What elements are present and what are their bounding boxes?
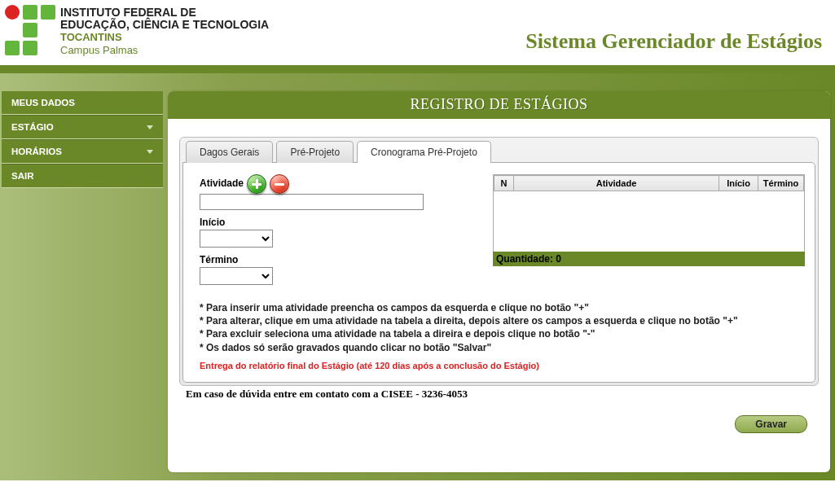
system-title: Sistema Gerenciador de Estágios bbox=[525, 29, 822, 54]
atividade-input[interactable] bbox=[200, 194, 424, 210]
instructions: * Para inserir uma atividade preencha os… bbox=[183, 291, 815, 357]
activities-table-wrap: N Atividade Início Término bbox=[493, 174, 805, 252]
chevron-down-icon bbox=[147, 125, 153, 129]
instruction-line: * Os dados só serão gravados quando clic… bbox=[200, 341, 798, 354]
remove-icon[interactable] bbox=[270, 174, 289, 194]
footer-help: Em caso de dúvida entre em contato com a… bbox=[168, 386, 830, 401]
qty-value: 0 bbox=[556, 253, 561, 265]
tab-container: Dagos Gerais Pré-Projeto Cronograma Pré-… bbox=[179, 137, 819, 386]
instruction-line: * Para excluir seleciona uma atividade n… bbox=[200, 327, 798, 340]
chevron-down-icon bbox=[147, 150, 153, 154]
quantity-bar: Quantidade: 0 bbox=[493, 252, 805, 266]
inst-line2: EDUCAÇÃO, CIÊNCIA E TECNOLOGIA bbox=[60, 19, 269, 31]
tab-cronograma[interactable]: Cronograma Pré-Projeto bbox=[357, 141, 491, 163]
inicio-label: Início bbox=[200, 217, 225, 228]
header: INSTITUTO FEDERAL DE EDUCAÇÃO, CIÊNCIA E… bbox=[0, 0, 835, 73]
sidebar-item-label: HORÁRIOS bbox=[11, 147, 62, 156]
sidebar-item-label: SAIR bbox=[11, 171, 33, 181]
tab-body: Atividade Início Término bbox=[182, 162, 815, 383]
col-termino: Término bbox=[758, 176, 804, 191]
atividade-label: Atividade bbox=[200, 177, 244, 189]
red-note: Entrega do relatório final do Estágio (a… bbox=[183, 357, 815, 382]
sidebar-item-label: MEUS DADOS bbox=[11, 98, 75, 107]
termino-label: Término bbox=[200, 254, 238, 265]
sidebar-item-sair[interactable]: SAIR bbox=[2, 164, 163, 188]
add-icon[interactable] bbox=[247, 174, 266, 194]
tab-pre-projeto[interactable]: Pré-Projeto bbox=[276, 141, 354, 163]
sidebar-item-meus-dados[interactable]: MEUS DADOS bbox=[2, 91, 163, 115]
qty-label: Quantidade: bbox=[496, 253, 553, 265]
tab-dados-gerais[interactable]: Dagos Gerais bbox=[186, 141, 273, 163]
main: MEUS DADOS ESTÁGIO HORÁRIOS SAIR REGISTR… bbox=[0, 73, 835, 480]
sidebar-item-estagio[interactable]: ESTÁGIO bbox=[2, 115, 163, 139]
col-inicio: Início bbox=[719, 176, 758, 191]
save-button[interactable]: Gravar bbox=[735, 415, 807, 433]
termino-select[interactable] bbox=[200, 267, 273, 285]
inst-line1: INSTITUTO FEDERAL DE bbox=[60, 7, 269, 19]
logo-block: INSTITUTO FEDERAL DE EDUCAÇÃO, CIÊNCIA E… bbox=[5, 3, 269, 60]
col-n: N bbox=[494, 176, 514, 191]
save-row: Gravar bbox=[168, 401, 830, 433]
inst-line4: Campus Palmas bbox=[60, 44, 269, 57]
institution-text: INSTITUTO FEDERAL DE EDUCAÇÃO, CIÊNCIA E… bbox=[60, 7, 269, 57]
tab-strip: Dagos Gerais Pré-Projeto Cronograma Pré-… bbox=[182, 140, 815, 162]
form-column: Atividade Início Término bbox=[200, 174, 493, 291]
inicio-select[interactable] bbox=[200, 230, 273, 248]
page-title: REGISTRO DE ESTÁGIOS bbox=[168, 91, 830, 119]
sidebar-item-label: ESTÁGIO bbox=[11, 122, 54, 132]
instruction-line: * Para alterar, clique em uma atividade … bbox=[200, 314, 798, 327]
sidebar: MEUS DADOS ESTÁGIO HORÁRIOS SAIR bbox=[2, 91, 163, 472]
inst-line3: TOCANTINS bbox=[60, 31, 269, 44]
table-column: N Atividade Início Término Quantidade: 0 bbox=[493, 174, 815, 291]
activities-table: N Atividade Início Término bbox=[494, 175, 804, 191]
sidebar-item-horarios[interactable]: HORÁRIOS bbox=[2, 139, 163, 164]
instruction-line: * Para inserir uma atividade preencha os… bbox=[200, 301, 798, 314]
col-atividade: Atividade bbox=[514, 176, 719, 191]
content-panel: REGISTRO DE ESTÁGIOS Dagos Gerais Pré-Pr… bbox=[168, 91, 830, 472]
logo-icon bbox=[5, 3, 54, 60]
